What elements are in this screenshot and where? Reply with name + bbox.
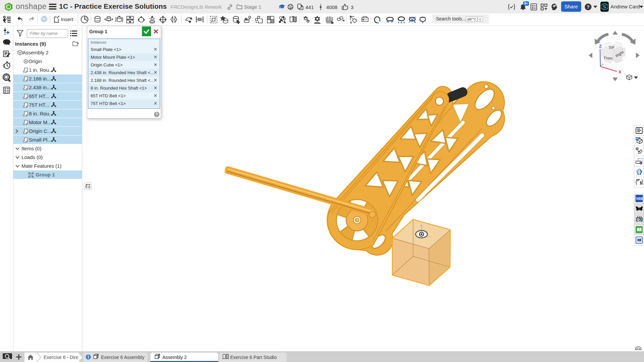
svg-text:Front: Front	[604, 56, 612, 60]
svg-text:Z: Z	[599, 44, 602, 49]
svg-text:X: X	[618, 69, 622, 74]
svg-text:?: ?	[587, 4, 590, 10]
